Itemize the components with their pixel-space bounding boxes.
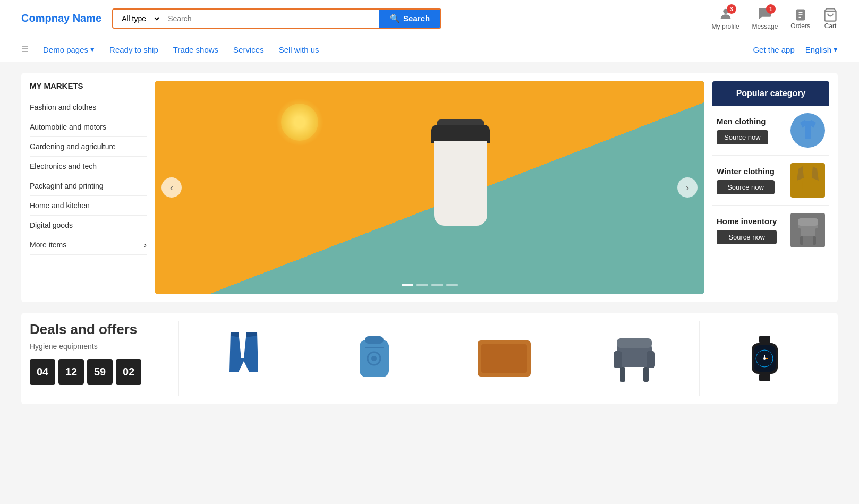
- svg-rect-24: [617, 338, 652, 348]
- popular-category-panel: Popular category Men clothing Source now…: [712, 81, 829, 294]
- men-clothing-name: Men clothing: [717, 117, 768, 126]
- nav-services[interactable]: Services: [233, 38, 264, 62]
- orange-inner: [281, 104, 318, 141]
- winter-clothing-image: [790, 163, 825, 198]
- countdown-minutes: 12: [58, 359, 84, 385]
- sidebar-item-more[interactable]: More items ›: [30, 235, 147, 255]
- nav-demo-pages[interactable]: Demo pages ▾: [43, 37, 95, 62]
- home-inventory-name: Home inventory: [717, 217, 777, 226]
- message-label: Message: [752, 23, 778, 30]
- jacket-icon: [793, 165, 822, 197]
- search-button[interactable]: 🔍 Search: [379, 10, 440, 28]
- banner-dot-1[interactable]: [402, 284, 413, 286]
- svg-rect-20: [614, 351, 622, 368]
- sidebar-item-fashion[interactable]: Fashion and clothes: [30, 98, 147, 117]
- deals-info: Deals and offers Hygiene equipments 04 1…: [30, 321, 178, 396]
- sidebar-title: MY MARKETS: [30, 81, 147, 90]
- deal-item-watch[interactable]: [699, 321, 829, 396]
- nav-right: Get the app English ▾: [753, 37, 838, 62]
- sidebar-item-packaging[interactable]: Packaginf and printing: [30, 176, 147, 196]
- popular-item-home-inventory: Home inventory Source now: [712, 206, 829, 255]
- hamburger-menu[interactable]: ☰: [21, 37, 28, 62]
- popular-item-winter-info: Winter clothing Source now: [717, 167, 775, 194]
- svg-rect-9: [800, 236, 803, 245]
- deals-products: [178, 321, 829, 396]
- cup-body: [434, 141, 487, 226]
- svg-rect-26: [759, 374, 770, 381]
- nav: ☰ Demo pages ▾ Ready to ship Trade shows…: [0, 37, 859, 62]
- banner-dots: [402, 284, 458, 286]
- leather-product-image: [475, 336, 533, 381]
- cart-icon-item[interactable]: Cart: [823, 7, 838, 30]
- svg-rect-21: [647, 351, 655, 368]
- watch-product-image: [747, 335, 782, 382]
- sidebar-item-digital-goods[interactable]: Digital goods: [30, 216, 147, 235]
- search-type-select[interactable]: All type: [113, 10, 161, 28]
- popular-item-men-info: Men clothing Source now: [717, 117, 768, 144]
- deals-section: Deals and offers Hygiene equipments 04 1…: [21, 313, 838, 404]
- home-inventory-image: [790, 213, 825, 247]
- search-input[interactable]: [161, 10, 379, 28]
- chevron-down-icon: ▾: [90, 45, 95, 54]
- language-chevron-icon: ▾: [834, 45, 838, 54]
- popular-item-home-info: Home inventory Source now: [717, 217, 777, 244]
- deal-item-backpack[interactable]: [309, 321, 439, 396]
- my-profile-icon-item[interactable]: 3 My profile: [712, 6, 739, 30]
- sidebar-item-home-kitchen[interactable]: Home and kitchen: [30, 196, 147, 216]
- nav-get-app[interactable]: Get the app: [753, 37, 794, 62]
- svg-point-15: [371, 356, 377, 361]
- orders-icon-item[interactable]: Orders: [790, 7, 810, 30]
- backpack-product-image: [354, 332, 394, 385]
- search-icon: 🔍: [390, 14, 400, 23]
- men-clothing-image: [790, 113, 825, 148]
- banner-dot-3[interactable]: [431, 284, 443, 286]
- countdown-hours: 04: [30, 359, 55, 385]
- deal-item-chair[interactable]: [569, 321, 699, 396]
- nav-sell-with-us[interactable]: Sell with us: [279, 38, 319, 62]
- nav-ready-to-ship[interactable]: Ready to ship: [109, 38, 158, 62]
- svg-rect-8: [815, 228, 821, 237]
- svg-rect-18: [481, 344, 527, 373]
- popular-item-men-clothing: Men clothing Source now: [712, 106, 829, 156]
- svg-rect-11: [798, 218, 818, 226]
- search-bar: All type 🔍 Search: [112, 8, 441, 29]
- sidebar-item-gardening[interactable]: Gardening and agriculture: [30, 137, 147, 157]
- banner-background: [155, 81, 704, 294]
- more-items-arrow-icon: ›: [144, 241, 147, 249]
- orange-decoration: [276, 98, 324, 146]
- sidebar-item-automobile[interactable]: Automobile and motors: [30, 117, 147, 137]
- logo: Compnay Name: [21, 12, 101, 24]
- sidebar-list: Fashion and clothes Automobile and motor…: [30, 98, 147, 255]
- cart-icon: [823, 7, 838, 22]
- orders-icon: [793, 7, 808, 22]
- deal-item-leather[interactable]: [439, 321, 569, 396]
- chair-product-image: [610, 332, 658, 385]
- svg-rect-25: [759, 336, 770, 343]
- sidebar: MY MARKETS Fashion and clothes Automobil…: [30, 81, 147, 294]
- header: Compnay Name All type 🔍 Search 3 My prof…: [0, 0, 859, 37]
- deal-item-jeans[interactable]: [178, 321, 309, 396]
- armchair-icon: [793, 213, 823, 247]
- popular-item-winter-clothing: Winter clothing Source now: [712, 156, 829, 206]
- banner-prev-button[interactable]: ‹: [161, 177, 182, 198]
- my-profile-label: My profile: [712, 23, 739, 30]
- header-icons: 3 My profile 1 Message Orders Cart: [712, 6, 838, 30]
- deals-title: Deals and offers: [30, 321, 168, 338]
- home-inventory-source-button[interactable]: Source now: [717, 230, 777, 244]
- men-clothing-source-button[interactable]: Source now: [717, 130, 768, 144]
- svg-rect-23: [643, 367, 649, 382]
- nav-language[interactable]: English ▾: [805, 37, 838, 62]
- banner-dot-2[interactable]: [416, 284, 428, 286]
- winter-clothing-source-button[interactable]: Source now: [717, 180, 775, 194]
- jeans-product-image: [225, 329, 262, 388]
- svg-point-32: [763, 357, 766, 360]
- coffee-cup-decoration: [426, 119, 495, 236]
- banner-dot-4[interactable]: [446, 284, 458, 286]
- sidebar-item-electronics[interactable]: Electronics and tech: [30, 157, 147, 176]
- message-badge: 1: [766, 4, 776, 14]
- countdown-seconds: 59: [87, 359, 113, 385]
- nav-trade-shows[interactable]: Trade shows: [173, 38, 218, 62]
- svg-rect-10: [813, 236, 816, 245]
- banner-next-button[interactable]: ›: [677, 177, 698, 198]
- message-icon-item[interactable]: 1 Message: [752, 6, 778, 30]
